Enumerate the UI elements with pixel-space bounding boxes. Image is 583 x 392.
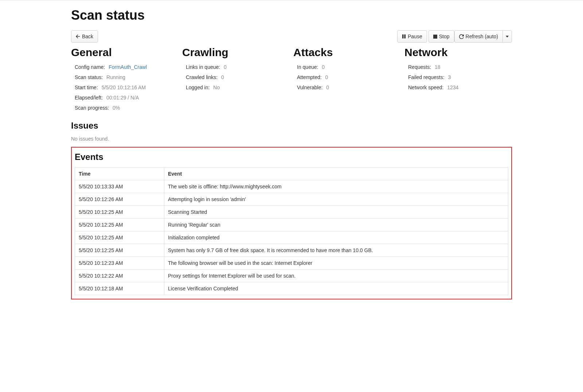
table-row: 5/5/20 10:12:25 AMSystem has only 9.7 GB… [75, 244, 508, 257]
pause-button-label: Pause [408, 33, 422, 40]
event-text: License Verification Completed [164, 282, 508, 295]
stop-icon [433, 35, 437, 39]
network-requests-value: 18 [435, 64, 441, 70]
network-speed-label: Network speed: [408, 85, 443, 90]
network-requests-label: Requests: [408, 64, 431, 70]
network-failed-requests-label: Failed requests: [408, 74, 445, 80]
links-in-queue-value: 0 [224, 64, 227, 70]
logged-in-value: No [213, 85, 220, 90]
network-failed-requests-value: 3 [448, 74, 451, 80]
events-section: Events Time Event 5/5/20 10:13:33 AMThe … [71, 147, 512, 299]
svg-rect-0 [402, 35, 404, 39]
back-button-label: Back [82, 33, 93, 40]
pause-button[interactable]: Pause [397, 30, 427, 43]
events-heading: Events [75, 152, 508, 162]
svg-rect-1 [404, 35, 406, 39]
chevron-down-icon [506, 36, 509, 38]
scan-progress-value: 0% [113, 105, 120, 111]
refresh-button-label: Refresh (auto) [466, 33, 498, 40]
network-section: Network Requests: 18 Failed requests: 3 … [404, 46, 512, 115]
event-text: Attempting login in session 'admin' [164, 193, 508, 206]
svg-rect-2 [433, 35, 437, 39]
logged-in-label: Logged in: [186, 85, 210, 90]
event-time: 5/5/20 10:12:25 AM [75, 244, 164, 257]
event-time: 5/5/20 10:12:23 AM [75, 257, 164, 270]
links-in-queue-label: Links in queue: [186, 64, 220, 70]
stop-button-label: Stop [439, 33, 450, 40]
general-section: General Config name: FormAuth_Crawl Scan… [71, 46, 179, 115]
arrow-left-icon [76, 34, 80, 39]
network-heading: Network [404, 46, 512, 59]
start-time-value: 5/5/20 10:12:16 AM [102, 85, 146, 90]
table-row: 5/5/20 10:12:18 AMLicense Verification C… [75, 282, 508, 295]
event-time: 5/5/20 10:12:18 AM [75, 282, 164, 295]
attacks-in-queue-label: In queue: [297, 64, 318, 70]
network-speed-value: 1234 [447, 85, 458, 90]
refresh-button[interactable]: Refresh (auto) [454, 30, 503, 43]
attacks-vulnerable-label: Vulnerable: [297, 85, 322, 90]
table-row: 5/5/20 10:12:23 AMThe following browser … [75, 257, 508, 270]
page-title: Scan status [71, 8, 512, 23]
event-text: System has only 9.7 GB of free disk spac… [164, 244, 508, 257]
issues-heading: Issues [71, 121, 512, 131]
events-col-time: Time [75, 168, 164, 180]
pause-icon [402, 34, 406, 39]
event-time: 5/5/20 10:13:33 AM [75, 180, 164, 193]
attacks-vulnerable-value: 0 [326, 85, 329, 90]
scan-progress-label: Scan progress: [75, 105, 109, 111]
attacks-in-queue-value: 0 [322, 64, 325, 70]
elapsed-left-label: Elapsed/left: [75, 95, 103, 101]
events-col-event: Event [164, 168, 508, 180]
event-text: The following browser will be used in th… [164, 257, 508, 270]
event-text: Running 'Regular' scan [164, 219, 508, 231]
stop-button[interactable]: Stop [429, 30, 454, 43]
table-row: 5/5/20 10:12:25 AMScanning Started [75, 206, 508, 219]
table-row: 5/5/20 10:12:22 AMProxy settings for Int… [75, 270, 508, 282]
no-issues-text: No issues found. [71, 136, 512, 142]
refresh-dropdown-toggle[interactable] [502, 30, 512, 43]
event-text: Scanning Started [164, 206, 508, 219]
scan-status-value: Running [106, 74, 125, 80]
attacks-heading: Attacks [293, 46, 401, 59]
crawled-links-value: 0 [221, 74, 224, 80]
start-time-label: Start time: [75, 85, 98, 90]
crawled-links-label: Crawled links: [186, 74, 218, 80]
general-heading: General [71, 46, 179, 59]
crawling-heading: Crawling [182, 46, 290, 59]
table-row: 5/5/20 10:12:25 AMRunning 'Regular' scan [75, 219, 508, 231]
table-row: 5/5/20 10:12:26 AMAttempting login in se… [75, 193, 508, 206]
attacks-attempted-value: 0 [325, 74, 328, 80]
crawling-section: Crawling Links in queue: 0 Crawled links… [182, 46, 290, 115]
event-time: 5/5/20 10:12:25 AM [75, 231, 164, 244]
action-bar: Back Pause Stop Refr [71, 30, 512, 43]
event-time: 5/5/20 10:12:22 AM [75, 270, 164, 282]
back-button[interactable]: Back [71, 30, 98, 43]
attacks-section: Attacks In queue: 0 Attempted: 0 Vulnera… [293, 46, 401, 115]
table-row: 5/5/20 10:13:33 AMThe web site is offlin… [75, 180, 508, 193]
event-time: 5/5/20 10:12:25 AM [75, 219, 164, 231]
config-name-link[interactable]: FormAuth_Crawl [109, 64, 147, 70]
event-text: The web site is offline: http://www.migh… [164, 180, 508, 193]
elapsed-left-value: 00:01:29 / N/A [106, 95, 139, 101]
refresh-icon [459, 34, 464, 39]
event-text: Proxy settings for Internet Explorer wil… [164, 270, 508, 282]
event-time: 5/5/20 10:12:25 AM [75, 206, 164, 219]
events-table: Time Event 5/5/20 10:13:33 AMThe web sit… [75, 167, 508, 295]
table-row: 5/5/20 10:12:25 AMInitialization complet… [75, 231, 508, 244]
event-text: Initialization completed [164, 231, 508, 244]
config-name-label: Config name: [75, 64, 105, 70]
scan-status-label: Scan status: [75, 74, 103, 80]
attacks-attempted-label: Attempted: [297, 74, 322, 80]
event-time: 5/5/20 10:12:26 AM [75, 193, 164, 206]
